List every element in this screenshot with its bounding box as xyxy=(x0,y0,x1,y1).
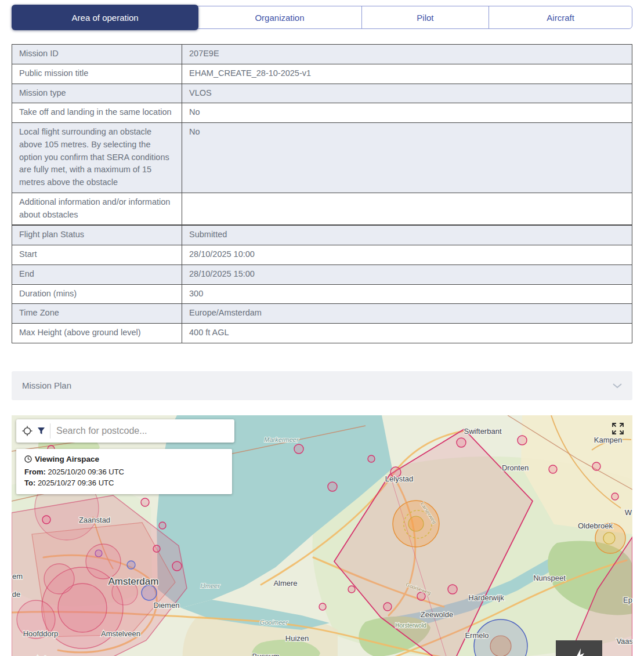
row-label: End xyxy=(12,264,182,284)
row-value: Europe/Amsterdam xyxy=(182,304,632,324)
locate-crosshair-icon[interactable] xyxy=(22,426,32,436)
to-value: 2025/10/27 09:36 UTC xyxy=(38,479,114,487)
table-row: Additional information and/or informatio… xyxy=(12,193,632,225)
map-label: Lelystad xyxy=(385,474,413,483)
row-label: Mission type xyxy=(12,84,182,103)
map-label: Zeewolde xyxy=(421,610,453,619)
map-label: Kampen xyxy=(594,436,622,444)
mission-details-body: Mission ID207E9EPublic mission titleEHAM… xyxy=(12,45,632,343)
map-label: Diemen xyxy=(154,601,180,610)
search-divider xyxy=(50,423,50,438)
row-value: VLOS xyxy=(182,84,632,103)
table-row: Mission ID207E9E xyxy=(12,45,632,64)
map-label: Swifterbant xyxy=(464,427,501,436)
map-search-bar xyxy=(16,419,234,443)
from-value: 2025/10/20 09:36 UTC xyxy=(48,467,124,476)
map-label: Amsterdam xyxy=(108,576,159,587)
map-label: Bussum xyxy=(252,652,280,656)
table-row: Take off and landing in the same locatio… xyxy=(12,103,632,123)
table-row: Start28/10/2025 10:00 xyxy=(12,245,632,265)
map-label: Nunspeet xyxy=(533,574,566,582)
table-row: Max Height (above ground level)400 ft AG… xyxy=(12,324,632,343)
map-label: Markermeer xyxy=(264,436,299,443)
table-row: Duration (mins)300 xyxy=(12,284,632,304)
map-label: Ep xyxy=(623,596,632,604)
row-value: Submitted xyxy=(182,225,632,245)
filter-funnel-icon[interactable] xyxy=(37,427,45,435)
table-row: Time ZoneEurope/Amsterdam xyxy=(12,304,632,324)
row-value: 207E9E xyxy=(182,45,632,64)
map-label: Gooimeer xyxy=(260,619,289,626)
row-label: Start xyxy=(12,245,182,265)
tab-aircraft[interactable]: Aircraft xyxy=(489,6,632,28)
map-label: Horsterwold xyxy=(395,622,426,629)
row-value: No xyxy=(182,103,632,123)
table-row: End28/10/2025 15:00 xyxy=(12,264,632,284)
map-label: Amstelveen xyxy=(101,629,140,638)
table-row: Local flight surrounding an obstacle abo… xyxy=(12,123,632,193)
fullscreen-expand-icon[interactable] xyxy=(612,422,624,435)
map-label: Hoofddorp xyxy=(23,629,59,638)
map-label: IJmeer xyxy=(200,582,220,589)
row-value xyxy=(182,193,632,225)
map-label: em xyxy=(12,572,23,581)
from-label: From: xyxy=(24,467,46,476)
mission-plan-map[interactable]: De RijpMarkermeerSwifterbantKampenLelyst… xyxy=(12,415,632,656)
tab-bar: Area of operation Organization Pilot Air… xyxy=(12,6,632,29)
airspace-from-row: From: 2025/10/20 09:36 UTC xyxy=(24,467,224,476)
altitude-angel-logo: ALTITUDE ANGEL xyxy=(556,640,602,656)
tab-organization[interactable]: Organization xyxy=(198,6,361,28)
airspace-to-row: To: 2025/10/27 09:36 UTC xyxy=(24,479,224,487)
row-value: 400 ft AGL xyxy=(182,324,632,343)
map-label: W xyxy=(625,508,632,517)
row-value: 28/10/2025 10:00 xyxy=(182,245,632,265)
clock-icon xyxy=(24,455,32,463)
map-label: Oldebroek xyxy=(578,521,613,530)
mission-plan-title: Mission Plan xyxy=(22,380,71,390)
row-label: Public mission title xyxy=(12,64,182,84)
search-input[interactable] xyxy=(55,425,229,437)
table-row: Flight plan StatusSubmitted xyxy=(12,225,632,245)
viewing-airspace-title: Viewing Airspace xyxy=(35,455,99,463)
row-value: EHAM_CREATE_28-10-2025-v1 xyxy=(182,64,632,84)
to-label: To: xyxy=(24,479,35,487)
tab-area-of-operation[interactable]: Area of operation xyxy=(12,5,198,30)
map-label: Dronten xyxy=(502,463,529,472)
row-value: No xyxy=(182,123,632,193)
row-label: Additional information and/or informatio… xyxy=(12,193,182,225)
map-label: de xyxy=(12,590,20,599)
table-row: Public mission titleEHAM_CREATE_28-10-20… xyxy=(12,64,632,84)
row-value: 28/10/2025 15:00 xyxy=(182,264,632,284)
angel-wing-icon xyxy=(571,648,587,656)
map-label: Zaanstad xyxy=(79,516,110,524)
mission-details-table: Mission ID207E9EPublic mission titleEHAM… xyxy=(12,44,632,343)
map-label: Huizen xyxy=(285,634,309,643)
viewing-airspace-card: Viewing Airspace From: 2025/10/20 09:36 … xyxy=(16,449,232,494)
row-label: Mission ID xyxy=(12,45,182,64)
tab-pilot[interactable]: Pilot xyxy=(361,6,489,28)
row-label: Take off and landing in the same locatio… xyxy=(12,103,182,123)
row-label: Flight plan Status xyxy=(12,225,182,245)
row-label: Duration (mins) xyxy=(12,284,182,304)
map-label: Vaass xyxy=(616,637,632,646)
row-label: Local flight surrounding an obstacle abo… xyxy=(12,123,182,193)
row-label: Max Height (above ground level) xyxy=(12,324,182,343)
map-label: Harderwijk xyxy=(468,593,504,602)
mission-detail-page: Area of operation Organization Pilot Air… xyxy=(0,0,644,656)
map-label: Ermelo xyxy=(465,631,489,640)
row-label: Time Zone xyxy=(12,304,182,324)
row-value: 300 xyxy=(182,284,632,304)
mission-plan-header[interactable]: Mission Plan xyxy=(12,371,632,400)
table-row: Mission typeVLOS xyxy=(12,84,632,103)
chevron-down-icon[interactable] xyxy=(613,383,622,389)
map-label: Almere xyxy=(273,579,297,588)
